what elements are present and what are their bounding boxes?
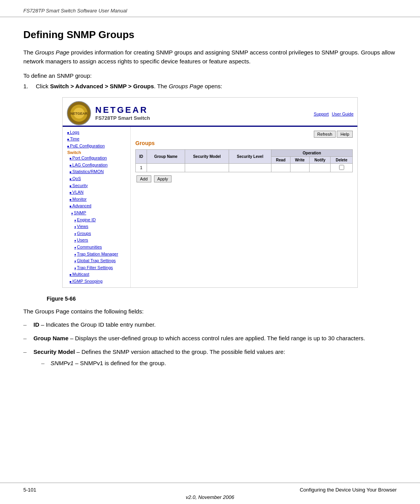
- col-write: Write: [290, 156, 309, 163]
- screenshot-box: NETGEAR NETGEAR FS728TP Smart Switch Sup…: [62, 97, 358, 288]
- sidebar-item-qos[interactable]: QoS: [64, 175, 129, 182]
- brand-name: NETGEAR: [95, 105, 150, 115]
- footer-right: Configuring the Device Using Your Browse…: [300, 487, 397, 493]
- col-operation: Operation: [271, 149, 352, 156]
- sidebar-item-engine-id[interactable]: Engine ID: [64, 217, 129, 224]
- sidebar-item-statistics[interactable]: Statistics/RMON: [64, 168, 129, 175]
- field-group-name-text: Group Name – Displays the user-defined g…: [33, 334, 365, 343]
- sub-field-snmpv1-text: SNMPv1 – SNMPv1 is defined for the group…: [51, 359, 166, 368]
- delete-checkbox[interactable]: [339, 165, 344, 170]
- step-bold: Switch > Advanced > SNMP > Groups: [50, 83, 154, 89]
- groups-table: ID Group Name Security Model Security Le…: [135, 149, 353, 172]
- ng-brand-text: NETGEAR FS728TP Smart Switch: [95, 105, 150, 121]
- ng-top-buttons: Refresh Help: [135, 131, 353, 138]
- sub-dash-1: –: [41, 359, 47, 368]
- chapter-title: Defining SNMP Groups: [23, 29, 397, 41]
- manual-title: FS728TP Smart Switch Software User Manua…: [23, 8, 127, 14]
- sub-field-snmpv1: – SNMPv1 – SNMPv1 is defined for the gro…: [41, 359, 285, 368]
- sidebar-item-port-config[interactable]: Port Configuration: [64, 155, 129, 162]
- sidebar-item-advanced[interactable]: Advanced: [64, 203, 129, 210]
- col-delete: Delete: [331, 156, 353, 163]
- col-read: Read: [271, 156, 290, 163]
- ng-body: Logs Time PoE Configuration Switch Port …: [63, 127, 357, 287]
- help-button[interactable]: Help: [337, 131, 353, 138]
- ng-sidebar: Logs Time PoE Configuration Switch Port …: [63, 127, 131, 287]
- ng-header: NETGEAR NETGEAR FS728TP Smart Switch Sup…: [63, 98, 357, 127]
- dash-2: –: [23, 334, 30, 343]
- footer-top-row: 5-101 Configuring the Device Using Your …: [23, 487, 397, 493]
- sidebar-item-time[interactable]: Time: [64, 136, 129, 143]
- sidebar-item-poe[interactable]: PoE Configuration: [64, 143, 129, 150]
- step-1: 1. Click Switch > Advanced > SNMP > Grou…: [23, 83, 397, 89]
- table-row: 1: [136, 163, 353, 172]
- field-list: – ID – Indicates the Group ID table entr…: [23, 320, 397, 370]
- col-security-model: Security Model: [185, 149, 229, 163]
- sidebar-item-snmp[interactable]: SNMP: [64, 210, 129, 217]
- snmpv1-italic: SNMPv1: [51, 360, 74, 366]
- sidebar-item-global-trap[interactable]: Global Trap Settings: [64, 257, 129, 264]
- col-security-level: Security Level: [229, 149, 271, 163]
- field-id-text: ID – Indicates the Group ID table entry …: [33, 320, 156, 329]
- field-id-name: ID: [33, 321, 39, 328]
- field-group-name-label: Group Name: [33, 335, 68, 341]
- dash-3: –: [23, 347, 30, 370]
- sidebar-item-trap-station[interactable]: Trap Station Manager: [64, 251, 129, 258]
- row-id: 1: [136, 163, 147, 172]
- sidebar-item-security[interactable]: Security: [64, 182, 129, 189]
- field-security-model: – Security Model – Defines the SNMP vers…: [23, 347, 397, 370]
- sidebar-item-trap-filter[interactable]: Trap Filter Settings: [64, 264, 129, 271]
- figure-caption: Figure 5-66: [47, 296, 397, 302]
- field-desc-intro: The Groups Page contains the following f…: [23, 308, 397, 315]
- user-guide-link[interactable]: User Guide: [332, 112, 354, 116]
- sub-field-list: – SNMPv1 – SNMPv1 is defined for the gro…: [33, 359, 285, 368]
- row-notify: [310, 163, 331, 172]
- svg-text:NETGEAR: NETGEAR: [70, 112, 88, 116]
- col-id: ID: [136, 149, 147, 163]
- row-security-level: [229, 163, 271, 172]
- steps-list: 1. Click Switch > Advanced > SNMP > Grou…: [23, 83, 397, 89]
- groups-page-italic: Groups Page: [169, 83, 203, 89]
- sidebar-item-users[interactable]: Users: [64, 237, 129, 244]
- doc-header: FS728TP Smart Switch Software User Manua…: [0, 0, 420, 17]
- main-content: Defining SNMP Groups The Groups Page pro…: [0, 17, 420, 383]
- step-number: 1.: [23, 83, 33, 89]
- page-title: Groups: [135, 140, 353, 146]
- sidebar-item-icmp[interactable]: IGMP Snooping: [64, 278, 129, 285]
- support-link[interactable]: Support: [314, 112, 329, 116]
- sidebar-item-logs[interactable]: Logs: [64, 129, 129, 136]
- field-security-model-text: Security Model – Defines the SNMP versio…: [33, 347, 285, 370]
- page-number: 5-101: [23, 487, 36, 493]
- row-write: [290, 163, 309, 172]
- step-text: Click Switch > Advanced > SNMP > Groups.…: [36, 83, 222, 89]
- doc-footer: 5-101 Configuring the Device Using Your …: [0, 483, 420, 504]
- ng-logo: NETGEAR: [66, 101, 91, 126]
- sidebar-item-lag-config[interactable]: LAG Configuration: [64, 162, 129, 169]
- intro-paragraph: The Groups Page provides information for…: [23, 48, 397, 66]
- sidebar-item-multicast[interactable]: Multicast: [64, 271, 129, 278]
- sidebar-item-vlan[interactable]: VLAN: [64, 189, 129, 196]
- field-security-model-label: Security Model: [33, 348, 75, 355]
- field-id: – ID – Indicates the Group ID table entr…: [23, 320, 397, 329]
- action-buttons: Add Apply: [135, 175, 353, 182]
- product-name: FS728TP Smart Switch: [95, 115, 150, 121]
- row-read: [271, 163, 290, 172]
- refresh-button[interactable]: Refresh: [314, 131, 336, 138]
- sidebar-item-views[interactable]: Views: [64, 223, 129, 230]
- groups-page-ref: Groups Page: [35, 49, 69, 56]
- add-button[interactable]: Add: [136, 175, 151, 182]
- col-group-name: Group Name: [147, 149, 185, 163]
- row-delete[interactable]: [331, 163, 353, 172]
- footer-version: v2.0, November 2006: [186, 494, 234, 500]
- switch-label: Switch: [64, 150, 129, 155]
- ng-logo-area: NETGEAR NETGEAR FS728TP Smart Switch: [66, 101, 150, 126]
- sidebar-item-communities[interactable]: Communities: [64, 244, 129, 251]
- header-links: Support User Guide: [314, 110, 354, 116]
- apply-button[interactable]: Apply: [154, 175, 172, 182]
- sidebar-item-monitor[interactable]: Monitor: [64, 196, 129, 203]
- col-notify: Notify: [310, 156, 331, 163]
- row-security-model: [185, 163, 229, 172]
- page-wrapper: FS728TP Smart Switch Software User Manua…: [0, 0, 420, 504]
- ng-main: Refresh Help Groups ID Group Name Securi…: [131, 127, 357, 287]
- sidebar-item-groups[interactable]: Groups: [64, 230, 129, 237]
- row-group-name: [147, 163, 185, 172]
